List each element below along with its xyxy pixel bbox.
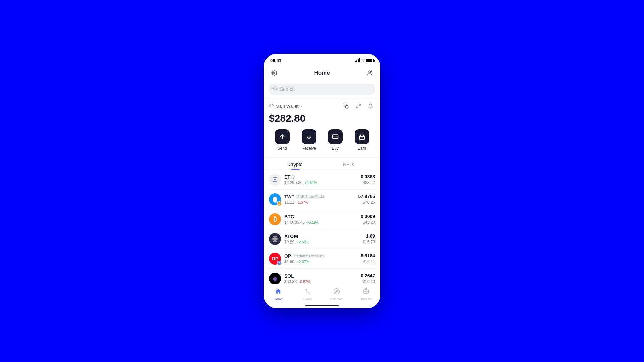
- buy-label: Buy: [332, 146, 339, 151]
- tab-crypto[interactable]: Crypto: [269, 162, 322, 170]
- token-row-twt[interactable]: ₿ TWT BNB Smart Chain $1.21 -1.57% 57.87…: [269, 190, 375, 209]
- sol-symbol: SOL: [284, 273, 294, 279]
- eth-price: $2,295.20: [284, 180, 302, 185]
- btc-amount: 0.0009 $43.20: [361, 214, 375, 225]
- svg-point-3: [274, 87, 277, 90]
- nav-home[interactable]: Home: [264, 287, 293, 302]
- home-nav-label: Home: [274, 297, 283, 301]
- sol-change: -0.52%: [299, 280, 311, 284]
- twt-chain-badge: ₿: [277, 201, 282, 206]
- home-bar: [305, 305, 339, 306]
- token-row-op[interactable]: OP Ξ OP Optimism Ethereum $1.80 +2.37% 8…: [269, 249, 375, 269]
- op-chain: Optimism Ethereum: [292, 254, 325, 258]
- swap-nav-icon: [304, 288, 311, 296]
- op-info: OP Optimism Ethereum $1.80 +2.37%: [284, 253, 361, 264]
- bottom-nav: Home Swap Discover Brow: [264, 284, 380, 304]
- eth-symbol: ETH: [284, 174, 294, 180]
- phone-frame: 09:41 ∿ Home: [264, 54, 380, 308]
- token-row-sol[interactable]: ◎ SOL $60.83 -0.52% 0.2647 $16.10: [269, 269, 375, 284]
- btc-symbol: BTC: [284, 214, 294, 219]
- expand-button[interactable]: [354, 101, 363, 111]
- status-icons: ∿: [355, 58, 374, 63]
- eth-info: ETH $2,295.20 +2.81%: [284, 174, 361, 185]
- earn-button[interactable]: Earn: [352, 129, 372, 151]
- svg-point-1: [369, 71, 371, 73]
- btc-logo: ₿: [269, 213, 281, 225]
- wallet-label: Main Wallet ▾: [269, 103, 302, 109]
- svg-marker-18: [335, 290, 338, 292]
- dropdown-arrow-icon[interactable]: ▾: [300, 104, 302, 108]
- send-label: Send: [277, 146, 287, 151]
- op-qty: 8.9184: [361, 253, 375, 258]
- nav-browser[interactable]: Browser: [351, 287, 380, 302]
- eth-amount: 0.0363 $83.47: [361, 174, 375, 185]
- home-nav-icon: [275, 288, 282, 296]
- profile-button[interactable]: [364, 68, 375, 78]
- eye-icon[interactable]: [269, 103, 274, 109]
- settings-button[interactable]: [269, 68, 280, 78]
- atom-qty: 1.69: [363, 233, 375, 239]
- op-change: +2.37%: [297, 260, 309, 264]
- svg-point-5: [271, 105, 272, 106]
- sol-logo: ◎: [269, 273, 281, 284]
- btc-change: +5.19%: [307, 220, 319, 224]
- buy-icon: [328, 129, 343, 144]
- discover-nav-icon: [333, 288, 340, 296]
- receive-label: Receive: [302, 146, 316, 151]
- twt-change: -1.57%: [297, 200, 308, 204]
- battery-icon: [366, 59, 374, 62]
- svg-point-0: [274, 72, 275, 74]
- atom-amount: 1.69 $16.73: [363, 233, 375, 245]
- svg-rect-6: [345, 105, 348, 108]
- twt-amount: 57.8765 $70.25: [358, 194, 375, 205]
- sol-info: SOL $60.83 -0.52%: [284, 273, 361, 284]
- buy-button[interactable]: Buy: [325, 129, 345, 151]
- earn-label: Earn: [358, 146, 366, 151]
- op-amount: 8.9184 $16.11: [361, 253, 375, 264]
- twt-info: TWT BNB Smart Chain $1.21 -1.57%: [284, 194, 358, 205]
- token-row-btc[interactable]: ₿ BTC $44,085.45 +5.19% 0.0009 $43.20: [269, 209, 375, 229]
- op-logo: OP Ξ: [269, 253, 281, 265]
- status-bar: 09:41 ∿: [264, 54, 380, 66]
- btc-value: $43.20: [363, 220, 375, 225]
- status-time: 09:41: [270, 58, 281, 63]
- twt-chain: BNB Smart Chain: [296, 195, 325, 199]
- swap-nav-label: Swap: [303, 297, 312, 301]
- action-buttons: Send Receive Buy: [269, 128, 375, 152]
- browser-nav-icon: [363, 288, 369, 296]
- earn-icon: [355, 129, 369, 144]
- eth-qty: 0.0363: [361, 174, 375, 179]
- op-symbol: OP: [284, 253, 291, 259]
- send-button[interactable]: Send: [272, 129, 292, 151]
- sol-amount: 0.2647 $16.10: [361, 273, 375, 284]
- asset-tabs: Crypto NFTs: [264, 158, 380, 170]
- header: Home: [264, 66, 380, 82]
- eth-logo: Ξ: [269, 174, 281, 186]
- svg-rect-9: [332, 135, 338, 139]
- nav-discover[interactable]: Discover: [322, 287, 351, 302]
- wallet-actions: [341, 101, 375, 111]
- token-row-eth[interactable]: Ξ ETH $2,295.20 +2.81% 0.0363 $83.47: [269, 170, 375, 190]
- copy-address-button[interactable]: [341, 101, 351, 111]
- eth-change: +2.81%: [304, 181, 317, 185]
- search-wrapper[interactable]: Search: [269, 84, 375, 95]
- token-row-atom[interactable]: ATOM $9.89 +2.52% 1.69 $16.73: [269, 229, 375, 249]
- receive-button[interactable]: Receive: [299, 129, 319, 151]
- wifi-icon: ∿: [362, 58, 365, 63]
- op-value: $16.11: [363, 259, 375, 264]
- browser-nav-label: Browser: [360, 297, 372, 301]
- twt-value: $70.25: [363, 200, 375, 205]
- eth-value: $83.47: [363, 180, 375, 185]
- notification-button[interactable]: [366, 101, 375, 111]
- wallet-name: Main Wallet: [276, 104, 298, 109]
- nav-swap[interactable]: Swap: [293, 287, 322, 302]
- atom-info: ATOM $9.89 +2.52%: [284, 234, 363, 244]
- tab-nfts[interactable]: NFTs: [322, 162, 375, 170]
- atom-price: $9.89: [284, 240, 294, 244]
- discover-nav-label: Discover: [330, 297, 343, 301]
- receive-icon: [302, 129, 316, 144]
- token-list: Ξ ETH $2,295.20 +2.81% 0.0363 $83.47 ₿: [264, 170, 380, 284]
- svg-point-2: [371, 71, 372, 72]
- wallet-header: Main Wallet ▾: [269, 101, 375, 111]
- search-input[interactable]: Search: [280, 86, 295, 92]
